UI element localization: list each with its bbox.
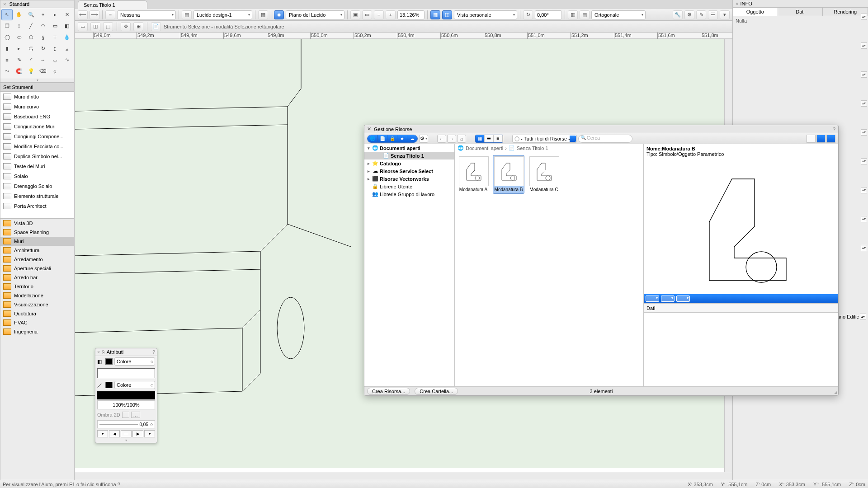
tool-arc-flyout[interactable]: ◠ — [38, 20, 49, 32]
gear-menu[interactable]: ⚙ — [419, 135, 428, 143]
marker-mid[interactable]: — — [121, 430, 132, 437]
resource-manager-header[interactable]: ✕ Gestione Risorse ? — [364, 125, 838, 133]
disclosure-icon[interactable]: ▸ — [366, 169, 371, 174]
tool-poly-flyout[interactable]: ⬠ — [25, 32, 37, 43]
mode-btn-2[interactable]: ◫ — [90, 22, 100, 31]
tool-box3d[interactable]: ❒ — [1, 20, 13, 32]
spin-stepper[interactable]: ▴▾ — [861, 14, 867, 20]
tool-set-item[interactable]: Solaio — [0, 171, 74, 181]
tool-extr-flyout[interactable]: ▸ — [14, 43, 25, 54]
plane-select[interactable]: Piano del Lucido — [286, 10, 344, 19]
rotate-view-icon[interactable]: ↻ — [523, 10, 533, 19]
view-detail-icon[interactable]: ≡ — [494, 135, 503, 142]
horizontal-scrollbar[interactable] — [75, 472, 732, 480]
thumbnail-grid[interactable]: Modanatura AModanatura BModanatura C — [455, 152, 643, 386]
tool-place[interactable]: ⎀ — [49, 66, 61, 77]
create-resource-button[interactable]: Crea Risorsa... — [367, 388, 410, 395]
preview-action-3[interactable] — [676, 296, 690, 302]
preview-action-1[interactable] — [646, 296, 659, 302]
fill-color-select[interactable]: Colore — [114, 357, 155, 366]
search-input[interactable]: Cerca — [578, 135, 632, 143]
tool-set-item[interactable]: Teste dei Muri — [0, 161, 74, 171]
tool-zoom[interactable]: 🔍 — [25, 9, 37, 20]
pill-cloud-icon[interactable]: ☁ — [407, 135, 417, 142]
data-section-header[interactable]: Dati — [644, 303, 838, 312]
resource-thumb[interactable]: Modanatura C — [528, 155, 560, 194]
category-item[interactable]: Arredamento — [0, 255, 74, 264]
tool-erase[interactable]: ⌫ — [38, 66, 49, 77]
zoom-in-icon[interactable]: + — [386, 10, 396, 19]
crumb-item[interactable]: Documenti aperti — [466, 145, 503, 151]
ombra-options[interactable]: … — [131, 412, 140, 418]
category-item[interactable]: Arredo bar — [0, 273, 74, 282]
pill-lock-icon[interactable]: 🔒 — [387, 135, 397, 142]
category-item[interactable]: Visualizzazione — [0, 300, 74, 309]
line-weight-slider[interactable]: 0,05◇ — [97, 420, 155, 428]
tree-node[interactable]: ▸⬛Risorse Vectorworks — [364, 175, 454, 183]
disclosure-icon[interactable]: ▸ — [366, 177, 371, 181]
help-icon[interactable]: ? — [152, 349, 155, 355]
panel-toggle-2[interactable] — [816, 135, 826, 143]
marker-end[interactable]: ▶ — [132, 430, 143, 437]
tool-magnet[interactable]: 🧲 — [14, 66, 25, 77]
tool-dim[interactable]: ↔ — [38, 54, 49, 66]
tool-pan[interactable]: ✋ — [14, 9, 25, 20]
disclosure-icon[interactable]: ▸ — [366, 161, 371, 166]
spin-stepper[interactable]: ▴▾ — [861, 216, 867, 222]
pen-swatch[interactable] — [105, 382, 113, 388]
aux-icon-2[interactable]: ⚙ — [684, 10, 694, 19]
mode-btn-4[interactable]: ✥ — [121, 22, 131, 31]
aux-icon-1[interactable]: 🔧 — [673, 10, 683, 19]
help-icon[interactable]: ? — [833, 127, 835, 132]
tool-flyout[interactable]: ▸ — [49, 9, 61, 20]
tool-wall[interactable]: ▮ — [1, 43, 13, 54]
category-item[interactable]: HVAC — [0, 318, 74, 327]
category-item[interactable]: Vista 3D — [0, 219, 74, 228]
zoom-out-icon[interactable]: − — [374, 10, 384, 19]
mode-btn-1[interactable]: ▭ — [78, 22, 88, 31]
pill-globe-icon[interactable]: 🌐 — [368, 135, 377, 142]
tool-set-item[interactable]: Muro curvo — [0, 102, 74, 112]
snap-icon-1[interactable]: ▦ — [430, 10, 440, 19]
view-grid-icon[interactable]: ▦ — [476, 135, 485, 142]
tool-fillet[interactable]: ◜ — [25, 54, 37, 66]
aux-icon-4[interactable]: ☰ — [708, 10, 718, 19]
tool-circle[interactable]: ◯ — [1, 32, 13, 43]
palette-handle[interactable]: ▾ — [95, 438, 157, 443]
tree-node[interactable]: 📄Senza Titolo 1 — [364, 152, 454, 160]
tool-ellipse[interactable]: ⬭ — [14, 32, 25, 43]
spin-stepper[interactable]: ▴▾ — [861, 187, 867, 193]
doc-tab[interactable]: Senza Titolo 1 — [78, 0, 147, 9]
resource-tree[interactable]: ▾🌐Documenti aperti📄Senza Titolo 1▸⭐Catal… — [364, 144, 455, 386]
pill-star-icon[interactable]: ★ — [397, 135, 407, 142]
pill-doc-icon[interactable]: 📄 — [377, 135, 387, 142]
tool-set-item[interactable]: Baseboard ENG — [0, 112, 74, 122]
snap-icon-2[interactable]: ◫ — [442, 10, 452, 19]
marker-start-menu[interactable]: ▾ — [97, 430, 108, 437]
tool-mirror[interactable]: ⮎ — [25, 43, 37, 54]
tool-set-item[interactable]: Porta Architect — [0, 201, 74, 211]
tool-rect[interactable]: ▭ — [49, 20, 61, 32]
mode-btn-3[interactable]: ⬚ — [103, 22, 113, 31]
tree-node[interactable]: 🔒Librerie Utente — [364, 183, 454, 190]
spin-stepper[interactable]: ▴▾ — [861, 42, 867, 49]
tool-scale[interactable]: ⭥ — [49, 43, 61, 54]
tool-rotate[interactable]: ↻ — [38, 43, 49, 54]
tree-node[interactable]: 👥Librerie Gruppo di lavoro — [364, 190, 454, 198]
layers-icon[interactable]: ▤ — [182, 10, 192, 19]
pen-color-select[interactable]: Colore — [114, 381, 155, 389]
close-icon[interactable]: ✕ — [367, 126, 371, 132]
tree-node[interactable]: ▸⭐Catalogo — [364, 160, 454, 167]
nav-back[interactable]: ← — [437, 135, 446, 143]
tool-x[interactable]: ✕ — [61, 9, 73, 20]
spin-stepper[interactable]: ▴▾ — [861, 245, 867, 251]
attributi-palette[interactable]: × ⎘ Attributi ? ◧ Colore ／ Colore 100%/1… — [95, 348, 157, 443]
panel-toggle-3[interactable] — [826, 135, 835, 143]
fit-objects-icon[interactable]: ▭ — [362, 10, 372, 19]
view-list-icon[interactable]: ☰ — [485, 135, 494, 142]
tool-align-flyout[interactable]: ≡ — [1, 54, 13, 66]
category-item[interactable]: Territorio — [0, 282, 74, 291]
mode-prefs-icon[interactable]: 📄 — [151, 22, 161, 31]
sheet-icon[interactable]: ▦ — [258, 10, 268, 19]
forward-button[interactable]: ⟶ — [90, 10, 99, 19]
